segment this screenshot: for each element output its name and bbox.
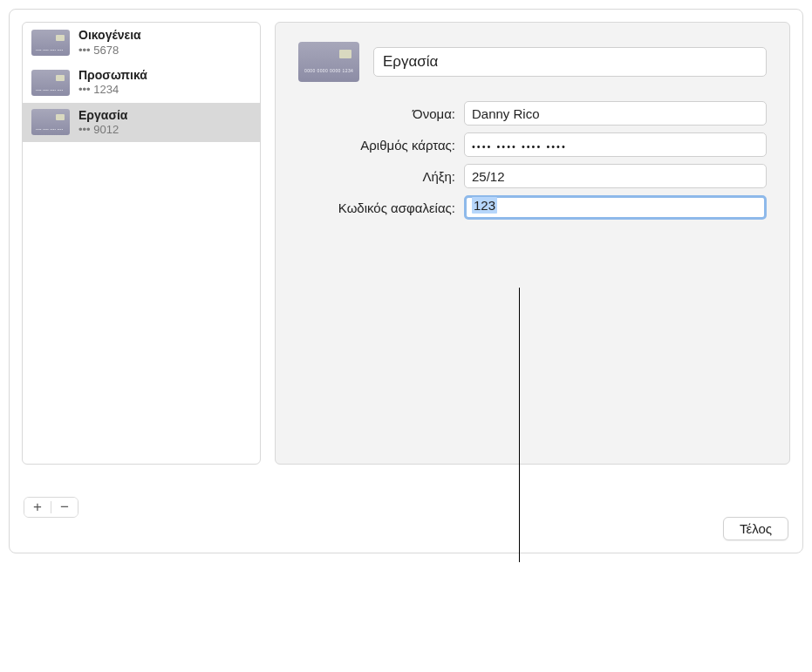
credit-card-icon: [31, 70, 70, 96]
add-card-button[interactable]: +: [24, 498, 51, 517]
card-list: Οικογένεια ••• 5678 Προσωπικά ••• 1234 Ε…: [23, 23, 260, 464]
cardnumber-label: Αριθμός κάρτας:: [298, 138, 464, 153]
minus-icon: −: [60, 499, 69, 514]
cardnumber-row: Αριθμός κάρτας:: [298, 132, 767, 157]
card-last4: ••• 5678: [78, 44, 141, 58]
content-row: Οικογένεια ••• 5678 Προσωπικά ••• 1234 Ε…: [22, 22, 790, 465]
security-code-input[interactable]: 123: [464, 195, 767, 220]
plus-icon: +: [33, 499, 42, 514]
security-code-label: Κωδικός ασφαλείας:: [298, 200, 464, 215]
title-row: [298, 42, 767, 82]
bottom-controls: + − Τέλος: [22, 473, 790, 540]
card-label: Προσωπικά: [78, 68, 147, 84]
security-code-row: Κωδικός ασφαλείας: 123: [298, 195, 767, 220]
card-meta: Οικογένεια ••• 5678: [78, 28, 141, 58]
card-label: Οικογένεια: [78, 28, 141, 44]
expiry-input[interactable]: [464, 164, 767, 188]
done-button[interactable]: Τέλος: [723, 517, 788, 540]
card-title-input[interactable]: [373, 47, 767, 77]
card-list-sidebar: Οικογένεια ••• 5678 Προσωπικά ••• 1234 Ε…: [22, 22, 261, 465]
security-code-value: 123: [472, 197, 497, 214]
callout-line: [519, 288, 520, 562]
card-last4: ••• 9012: [78, 123, 127, 137]
card-meta: Προσωπικά ••• 1234: [78, 68, 147, 98]
credit-card-icon-large: [298, 42, 359, 82]
expiry-label: Λήξη:: [298, 169, 464, 184]
card-meta: Εργασία ••• 9012: [78, 108, 127, 138]
name-row: Όνομα:: [298, 101, 767, 126]
card-label: Εργασία: [78, 108, 127, 124]
card-last4: ••• 1234: [78, 83, 147, 97]
card-row-work[interactable]: Εργασία ••• 9012: [23, 103, 260, 143]
card-number-input[interactable]: [464, 132, 767, 157]
card-row-personal[interactable]: Προσωπικά ••• 1234: [23, 63, 260, 103]
expiry-row: Λήξη:: [298, 164, 767, 188]
add-remove-group: + −: [24, 497, 78, 518]
name-label: Όνομα:: [298, 106, 464, 121]
credit-card-icon: [31, 109, 70, 135]
credit-card-icon: [31, 30, 70, 56]
cardholder-name-input[interactable]: [464, 101, 767, 126]
done-label: Τέλος: [740, 521, 772, 536]
card-detail-pane: Όνομα: Αριθμός κάρτας: Λήξη: Κωδικός ασφ…: [275, 22, 790, 465]
card-row-family[interactable]: Οικογένεια ••• 5678: [23, 23, 260, 63]
credit-card-settings-window: Οικογένεια ••• 5678 Προσωπικά ••• 1234 Ε…: [9, 9, 803, 553]
remove-card-button[interactable]: −: [51, 498, 78, 517]
